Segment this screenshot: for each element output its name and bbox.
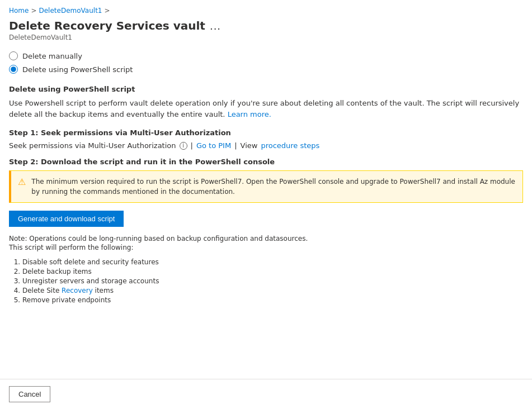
powershell-description: Use Powershell script to perform vault d… [9, 98, 523, 120]
radio-group: Delete manually Delete using PowerShell … [9, 51, 523, 74]
info-icon[interactable]: i [180, 142, 187, 150]
page-wrapper: Home > DeleteDemoVault1 > Delete Recover… [0, 0, 532, 409]
note-section: Note: Operations could be long-running b… [9, 235, 523, 251]
step1-content: Seek permissions via Multi-User Authoriz… [9, 141, 523, 150]
powershell-section-title: Delete using PowerShell script [9, 85, 523, 93]
warning-text: The minimum version required to run the … [31, 177, 516, 197]
step1-view-label: | [234, 141, 237, 150]
breadcrumb-vault[interactable]: DeleteDemoVault1 [39, 7, 102, 15]
page-subtitle: DeleteDemoVault1 [9, 34, 523, 41]
script-actions-list: Disable soft delete and security feature… [22, 258, 523, 304]
step1-label: Seek permissions via Multi-User Authoriz… [9, 141, 176, 150]
step2-section: Step 2: Download the script and run it i… [9, 158, 523, 304]
generate-download-button[interactable]: Generate and download script [9, 211, 124, 227]
step2-title: Step 2: Download the script and run it i… [9, 158, 523, 166]
recovery-link[interactable]: Recovery [62, 287, 93, 294]
radio-powershell-label: Delete using PowerShell script [22, 65, 133, 74]
list-item: Delete Site Recovery items [22, 287, 523, 294]
list-item: Delete backup items [22, 268, 523, 275]
list-item: Disable soft delete and security feature… [22, 258, 523, 266]
note-line2: This script will perform the following: [9, 244, 523, 251]
breadcrumb-sep1: > [31, 7, 36, 15]
learn-more-link[interactable]: Learn more. [228, 110, 271, 118]
warning-box: ⚠ The minimum version required to run th… [9, 170, 523, 203]
list-item: Unregister servers and storage accounts [22, 277, 523, 285]
step1-section: Step 1: Seek permissions via Multi-User … [9, 129, 523, 150]
page-title: Delete Recovery Services vault [9, 19, 205, 32]
step1-title: Step 1: Seek permissions via Multi-User … [9, 129, 523, 137]
step1-view-text: View [241, 141, 258, 150]
breadcrumb-home[interactable]: Home [9, 7, 29, 15]
radio-manual-input[interactable] [9, 51, 18, 60]
cancel-button[interactable]: Cancel [9, 386, 50, 402]
radio-powershell[interactable]: Delete using PowerShell script [9, 65, 523, 74]
procedure-steps-link[interactable]: procedure steps [261, 141, 319, 150]
content-area: Home > DeleteDemoVault1 > Delete Recover… [0, 0, 532, 379]
footer-bar: Cancel [0, 379, 532, 409]
note-line1: Note: Operations could be long-running b… [9, 235, 523, 242]
step1-divider: | [191, 141, 193, 150]
more-icon[interactable]: ... [210, 20, 221, 32]
breadcrumb: Home > DeleteDemoVault1 > [9, 7, 523, 15]
radio-powershell-input[interactable] [9, 65, 18, 74]
radio-manual[interactable]: Delete manually [9, 51, 523, 60]
go-to-pim-link[interactable]: Go to PIM [196, 141, 231, 150]
list-item: Remove private endpoints [22, 296, 523, 304]
warning-icon: ⚠ [18, 177, 26, 187]
breadcrumb-sep2: > [105, 7, 110, 15]
page-header: Delete Recovery Services vault ... [9, 19, 523, 32]
radio-manual-label: Delete manually [22, 52, 82, 60]
